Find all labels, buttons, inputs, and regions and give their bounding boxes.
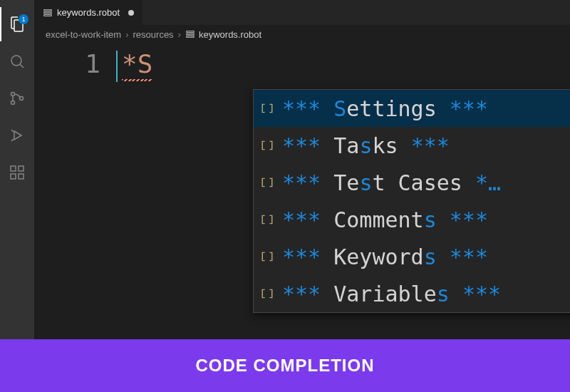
search-icon[interactable]: [0, 44, 34, 78]
tab-keywords-robot[interactable]: keywords.robot: [34, 0, 142, 25]
svg-rect-12: [44, 14, 52, 16]
banner: CODE COMPLETION: [0, 339, 570, 392]
svg-rect-13: [187, 31, 195, 33]
svg-rect-14: [187, 33, 195, 35]
suggestion-item[interactable]: *** Comments ***: [254, 201, 570, 238]
caret-icon: [116, 51, 118, 82]
breadcrumb-item[interactable]: keywords.robot: [185, 29, 261, 40]
svg-marker-5: [14, 131, 21, 140]
file-icon: [43, 8, 53, 18]
svg-rect-15: [187, 36, 195, 38]
svg-point-0: [11, 56, 21, 66]
snippet-icon: [259, 286, 275, 301]
line-number-gutter: 1: [34, 43, 116, 339]
source-control-icon[interactable]: [0, 81, 34, 115]
explorer-badge: 1: [19, 14, 28, 24]
suggestion-item[interactable]: *** Settings ***: [254, 90, 570, 127]
suggestion-item[interactable]: *** Test Cases *…: [254, 164, 570, 201]
extensions-icon[interactable]: [0, 155, 34, 190]
snippet-icon: [259, 249, 275, 264]
banner-text: CODE COMPLETION: [195, 356, 374, 376]
snippet-icon: [259, 138, 275, 153]
error-squiggle-icon: [122, 79, 152, 81]
snippet-icon: [259, 175, 275, 190]
typed-text: *S: [122, 49, 152, 81]
svg-rect-9: [19, 166, 24, 171]
svg-point-2: [11, 93, 15, 96]
suggestion-item[interactable]: *** Keywords ***: [254, 238, 570, 275]
dirty-indicator-icon: [128, 10, 134, 16]
svg-rect-7: [11, 174, 16, 179]
snippet-icon: [259, 212, 275, 227]
snippet-icon: [259, 100, 275, 116]
svg-point-3: [11, 101, 15, 105]
code-editor[interactable]: 1 *S *** Settings ***: [34, 43, 570, 339]
chevron-right-icon: ›: [178, 29, 181, 40]
breadcrumb-item[interactable]: resources: [133, 29, 174, 40]
line-number: 1: [34, 49, 100, 78]
activity-bar: 1: [0, 0, 34, 339]
svg-rect-8: [19, 174, 24, 179]
tab-bar: keywords.robot: [34, 0, 570, 25]
svg-rect-11: [44, 12, 52, 14]
breadcrumb-item[interactable]: excel-to-work-item: [46, 29, 121, 40]
explorer-icon[interactable]: 1: [0, 7, 34, 41]
breadcrumbs[interactable]: excel-to-work-item › resources › keyword…: [34, 25, 570, 43]
code-content[interactable]: *S *** Settings *** *** Tasks ***: [116, 43, 570, 339]
editor-area: keywords.robot excel-to-work-item › reso…: [34, 0, 570, 339]
svg-line-1: [20, 64, 24, 68]
svg-rect-10: [44, 9, 52, 11]
debug-icon[interactable]: [0, 118, 34, 153]
chevron-right-icon: ›: [125, 29, 128, 40]
suggestion-item[interactable]: *** Tasks ***: [254, 127, 570, 164]
svg-rect-6: [11, 166, 16, 171]
suggestion-item[interactable]: *** Variables ***: [254, 275, 570, 312]
tab-filename: keywords.robot: [57, 7, 120, 18]
suggestion-widget: *** Settings *** *** Tasks *** *** Test …: [253, 89, 570, 313]
